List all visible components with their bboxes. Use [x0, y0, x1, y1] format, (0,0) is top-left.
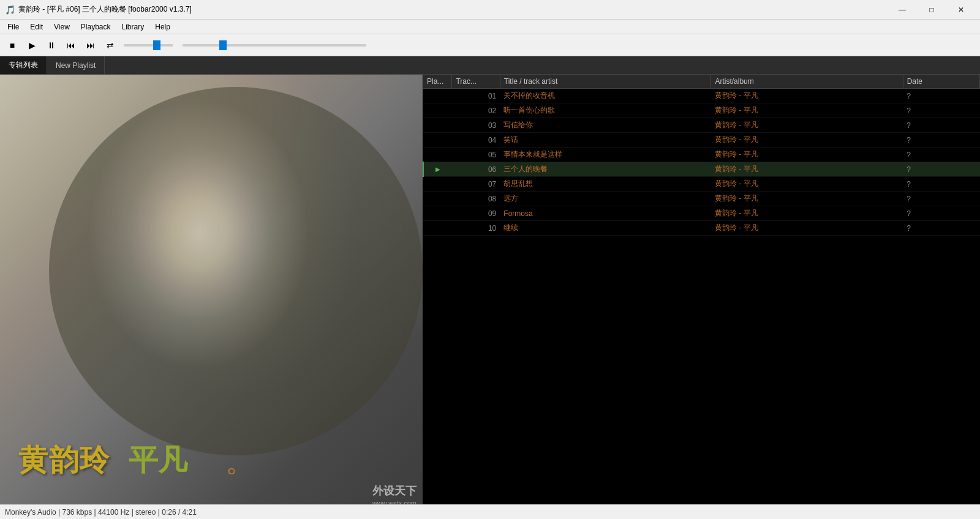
play-indicator: [423, 89, 452, 103]
track-artist: 黄韵玲 - 平凡: [711, 162, 903, 177]
track-title: 继续: [500, 221, 711, 236]
track-title: 写信给你: [500, 118, 711, 133]
table-row[interactable]: 09Formosa黄韵玲 - 平凡?: [423, 206, 980, 221]
menu-view[interactable]: View: [49, 21, 75, 32]
volume-slider[interactable]: [124, 44, 173, 47]
tab-new-playlist[interactable]: New Playlist: [47, 56, 105, 74]
volume-control: [124, 44, 175, 47]
track-artist: 黄韵玲 - 平凡: [711, 118, 903, 133]
volume-thumb[interactable]: [153, 40, 160, 50]
menu-edit[interactable]: Edit: [25, 21, 48, 32]
track-number: 03: [452, 118, 500, 133]
play-indicator: [423, 118, 452, 133]
track-date: ?: [903, 89, 979, 103]
maximize-button[interactable]: □: [918, 1, 946, 19]
tab-album-list[interactable]: 专辑列表: [0, 56, 47, 74]
play-indicator: [423, 177, 452, 192]
play-indicator: [423, 147, 452, 162]
track-number: 09: [452, 206, 500, 221]
window-controls: — □ ✕: [888, 1, 975, 19]
col-header-play[interactable]: Pla...: [423, 75, 452, 89]
random-button[interactable]: ⇄: [102, 37, 119, 54]
album-art-image: [0, 75, 423, 504]
status-bar: Monkey's Audio | 736 kbps | 44100 Hz | s…: [0, 504, 980, 519]
menu-file[interactable]: File: [2, 21, 24, 32]
track-date: ?: [903, 177, 979, 192]
track-title: 关不掉的收音机: [500, 89, 711, 103]
table-row[interactable]: 01关不掉的收音机黄韵玲 - 平凡?: [423, 89, 980, 103]
track-date: ?: [903, 162, 979, 177]
track-date: ?: [903, 221, 979, 236]
menu-help[interactable]: Help: [150, 21, 175, 32]
col-header-title[interactable]: Title / track artist: [500, 75, 711, 89]
track-title: 三个人的晚餐: [500, 162, 711, 177]
track-date: ?: [903, 206, 979, 221]
close-button[interactable]: ✕: [947, 1, 975, 19]
track-date: ?: [903, 133, 979, 147]
window-title: 黄韵玲 - [平凡 #06] 三个人的晚餐 [foobar2000 v1.3.7…: [18, 4, 888, 15]
playlist-panel: Pla... Trac... Title / track artist Arti…: [423, 75, 980, 504]
track-number: 05: [452, 147, 500, 162]
track-number: 07: [452, 177, 500, 192]
seek-slider[interactable]: [183, 44, 366, 47]
track-title: 胡思乱想: [500, 177, 711, 192]
table-row[interactable]: 05事情本来就是这样黄韵玲 - 平凡?: [423, 147, 980, 162]
track-title: 笑话: [500, 133, 711, 147]
track-artist: 黄韵玲 - 平凡: [711, 192, 903, 206]
col-header-artist[interactable]: Artist/album: [711, 75, 903, 89]
play-indicator: [423, 192, 452, 206]
track-date: ?: [903, 192, 979, 206]
app-icon: 🎵: [5, 5, 15, 15]
watermark: 外设天下: [372, 484, 417, 498]
track-title: 事情本来就是这样: [500, 147, 711, 162]
play-button[interactable]: ▶: [23, 37, 40, 54]
menu-library[interactable]: Library: [117, 21, 149, 32]
track-number: 10: [452, 221, 500, 236]
track-artist: 黄韵玲 - 平凡: [711, 103, 903, 118]
seek-control: [183, 44, 976, 47]
play-indicator: [423, 133, 452, 147]
track-artist: 黄韵玲 - 平凡: [711, 89, 903, 103]
playlist-table[interactable]: Pla... Trac... Title / track artist Arti…: [423, 75, 980, 504]
table-row[interactable]: 02听一首伤心的歌黄韵玲 - 平凡?: [423, 103, 980, 118]
track-number: 08: [452, 192, 500, 206]
menu-playback[interactable]: Playback: [76, 21, 116, 32]
watermark-url: www.wstx.com: [372, 499, 417, 504]
table-row[interactable]: 07胡思乱想黄韵玲 - 平凡?: [423, 177, 980, 192]
pause-button[interactable]: ⏸: [43, 37, 60, 54]
stop-button[interactable]: ■: [4, 37, 21, 54]
tracks-table: Pla... Trac... Title / track artist Arti…: [423, 75, 980, 236]
track-artist: 黄韵玲 - 平凡: [711, 206, 903, 221]
table-header-row: Pla... Trac... Title / track artist Arti…: [423, 75, 980, 89]
album-title-chinese: 黄韵玲: [18, 441, 110, 480]
col-header-date[interactable]: Date: [903, 75, 979, 89]
track-artist: 黄韵玲 - 平凡: [711, 133, 903, 147]
table-row[interactable]: ▶06三个人的晚餐黄韵玲 - 平凡?: [423, 162, 980, 177]
table-row[interactable]: 08远方黄韵玲 - 平凡?: [423, 192, 980, 206]
status-text: Monkey's Audio | 736 kbps | 44100 Hz | s…: [5, 508, 197, 517]
tab-bar: 专辑列表 New Playlist: [0, 56, 980, 75]
next-button[interactable]: ⏭: [82, 37, 99, 54]
play-indicator: [423, 206, 452, 221]
col-header-track[interactable]: Trac...: [452, 75, 500, 89]
seek-thumb[interactable]: [219, 40, 227, 50]
track-title: Formosa: [500, 206, 711, 221]
main-content: 黄韵玲 平凡 。 外设天下 www.wstx.com Pla... Trac..…: [0, 75, 980, 504]
menu-bar: File Edit View Playback Library Help: [0, 20, 980, 34]
track-artist: 黄韵玲 - 平凡: [711, 221, 903, 236]
album-subtitle-chinese: 平凡: [129, 441, 187, 480]
track-title: 听一首伤心的歌: [500, 103, 711, 118]
table-row[interactable]: 04笑话黄韵玲 - 平凡?: [423, 133, 980, 147]
album-art-panel: 黄韵玲 平凡 。 外设天下 www.wstx.com: [0, 75, 423, 504]
toolbar: ■ ▶ ⏸ ⏮ ⏭ ⇄: [0, 34, 980, 56]
track-date: ?: [903, 118, 979, 133]
table-row[interactable]: 03写信给你黄韵玲 - 平凡?: [423, 118, 980, 133]
table-row[interactable]: 10继续黄韵玲 - 平凡?: [423, 221, 980, 236]
track-number: 01: [452, 89, 500, 103]
track-number: 06: [452, 162, 500, 177]
prev-button[interactable]: ⏮: [62, 37, 80, 54]
track-number: 04: [452, 133, 500, 147]
minimize-button[interactable]: —: [888, 1, 916, 19]
album-dot: 。: [225, 442, 255, 481]
track-artist: 黄韵玲 - 平凡: [711, 177, 903, 192]
